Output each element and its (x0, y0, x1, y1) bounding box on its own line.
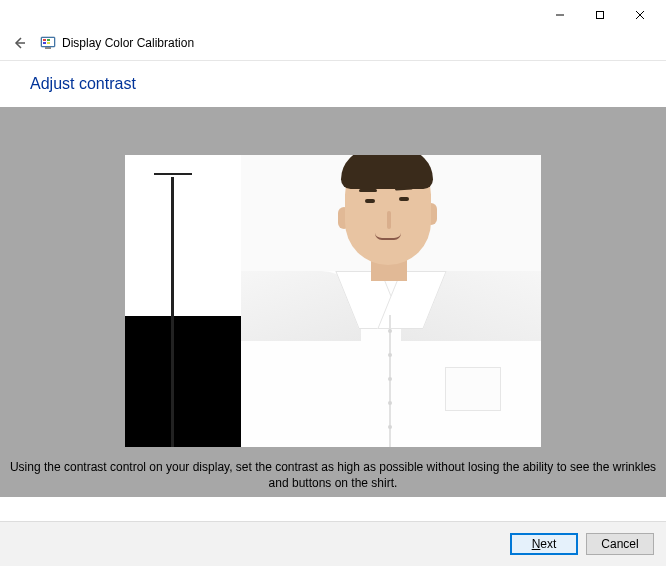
contrast-sample-image (125, 155, 541, 447)
next-button-rest: ext (540, 537, 556, 551)
window-title: Display Color Calibration (62, 36, 194, 50)
window-titlebar (0, 0, 666, 30)
page-heading: Adjust contrast (0, 61, 666, 107)
app-icon (40, 35, 56, 51)
back-button[interactable] (10, 34, 28, 52)
svg-rect-10 (47, 42, 50, 44)
cancel-button[interactable]: Cancel (586, 533, 654, 555)
svg-rect-7 (43, 39, 46, 41)
wizard-footer: Next Cancel (0, 521, 666, 566)
svg-rect-1 (597, 12, 604, 19)
header-bar: Display Color Calibration (0, 30, 666, 61)
next-button-mnemonic: N (532, 537, 541, 551)
minimize-button[interactable] (540, 3, 580, 27)
next-button[interactable]: Next (510, 533, 578, 555)
maximize-button[interactable] (580, 3, 620, 27)
close-button[interactable] (620, 3, 660, 27)
instruction-text: Using the contrast control on your displ… (0, 459, 666, 491)
svg-rect-11 (45, 47, 51, 49)
cancel-button-label: Cancel (601, 537, 638, 551)
svg-rect-8 (47, 39, 50, 41)
content-area: Using the contrast control on your displ… (0, 107, 666, 497)
svg-rect-9 (43, 42, 46, 44)
